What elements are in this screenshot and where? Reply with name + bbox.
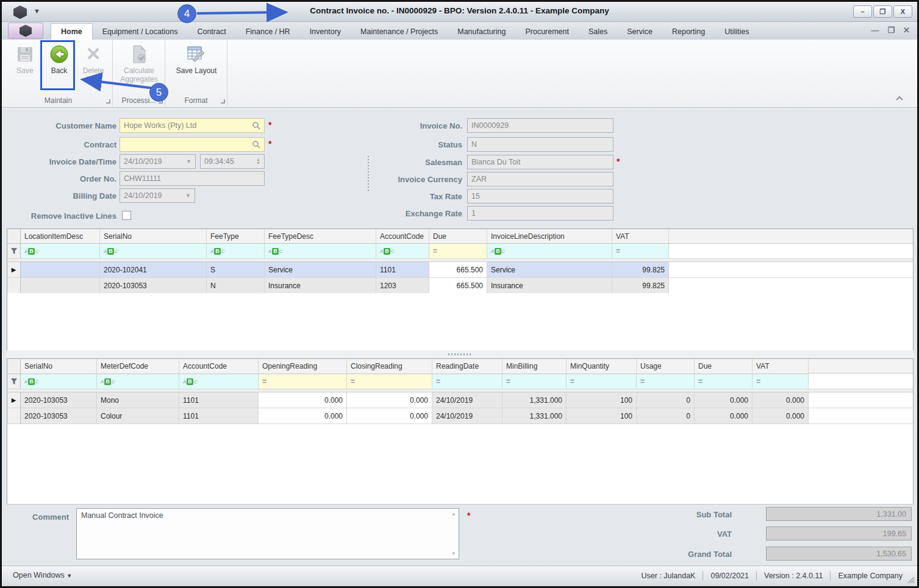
grid-cell-usage[interactable]: 0 bbox=[637, 408, 695, 424]
salesman-field[interactable]: Bianca Du Toit bbox=[467, 155, 613, 169]
grid-cell-serialno[interactable]: 2020-103053 bbox=[100, 278, 207, 294]
grid-cell-meterdefcode[interactable]: Colour bbox=[97, 408, 179, 424]
grid-cell-locationitemdesc[interactable] bbox=[21, 278, 100, 294]
invoice-no-field[interactable]: IN0000929 bbox=[467, 118, 613, 133]
filter-cell-readingdate[interactable]: = bbox=[432, 374, 502, 389]
grid-cell-invoicelinedescription[interactable]: Service bbox=[487, 262, 612, 278]
resize-grip-icon[interactable] bbox=[907, 576, 915, 584]
collapse-ribbon-chevron-icon[interactable] bbox=[895, 93, 904, 104]
grid-splitter-handle[interactable] bbox=[7, 350, 914, 358]
tab-inventory[interactable]: Inventory bbox=[300, 23, 351, 40]
column-header-meterdefcode[interactable]: MeterDefCode bbox=[97, 359, 179, 374]
grid-cell-accountcode[interactable]: 1101 bbox=[179, 392, 259, 408]
filter-cell-feetype[interactable]: ABC bbox=[207, 244, 265, 259]
dialog-launcher-icon[interactable] bbox=[106, 99, 110, 104]
grid-cell-serialno[interactable]: 2020-103053 bbox=[21, 392, 97, 408]
column-header-accountcode[interactable]: AccountCode bbox=[179, 359, 259, 374]
application-menu-button[interactable] bbox=[8, 23, 43, 39]
minimize-button[interactable]: – bbox=[853, 5, 872, 18]
filter-cell-usage[interactable]: = bbox=[637, 374, 695, 389]
grid-cell-minbilling[interactable]: 1,331.000 bbox=[502, 392, 567, 408]
column-header-vat[interactable]: VAT bbox=[753, 359, 809, 374]
filter-cell-due[interactable]: = bbox=[429, 244, 487, 259]
filter-cell-accountcode[interactable]: ABC bbox=[179, 374, 259, 389]
column-header-due[interactable]: Due bbox=[429, 229, 487, 244]
column-header-openingreading[interactable]: OpeningReading bbox=[259, 359, 347, 374]
delete-item-button[interactable]: ✕ Delete Item bbox=[76, 42, 110, 91]
tab-utilities[interactable]: Utilities bbox=[715, 23, 759, 40]
filter-cell-minbilling[interactable]: = bbox=[502, 374, 567, 389]
filter-cell-vat[interactable]: = bbox=[753, 374, 809, 389]
mdi-close-icon[interactable]: ✕ bbox=[903, 26, 910, 35]
save-layout-button[interactable]: Save Layout bbox=[174, 42, 219, 91]
grid-cell-vat[interactable]: 99.825 bbox=[612, 278, 669, 294]
maximize-button[interactable]: ❒ bbox=[873, 5, 892, 18]
mdi-restore-icon[interactable]: ❐ bbox=[887, 26, 895, 35]
filter-cell-closingreading[interactable]: = bbox=[347, 374, 432, 389]
column-header-serialno[interactable]: SerialNo bbox=[100, 229, 207, 244]
invoice-time-field[interactable]: 09:34:45 ▲▼ bbox=[200, 154, 265, 169]
grid-cell-vat[interactable]: 99.825 bbox=[612, 262, 669, 278]
tab-finance-hr[interactable]: Finance / HR bbox=[236, 23, 300, 40]
dialog-launcher-icon[interactable] bbox=[221, 99, 225, 104]
tab-contract[interactable]: Contract bbox=[187, 23, 235, 40]
grid-cell-due[interactable]: 665.500 bbox=[429, 262, 487, 278]
column-header-invoicelinedescription[interactable]: InvoiceLineDescription bbox=[487, 229, 612, 244]
grid-cell-readingdate[interactable]: 24/10/2019 bbox=[432, 392, 502, 408]
remove-inactive-lines-checkbox[interactable] bbox=[122, 211, 131, 220]
grid-cell-locationitemdesc[interactable] bbox=[21, 262, 100, 278]
column-header-usage[interactable]: Usage bbox=[637, 359, 695, 374]
column-header-due[interactable]: Due bbox=[695, 359, 753, 374]
save-button[interactable]: Save bbox=[8, 42, 42, 91]
grid-cell-minbilling[interactable]: 1,331.000 bbox=[502, 408, 567, 424]
tax-rate-field[interactable]: 15 bbox=[467, 189, 613, 204]
tab-manufacturing[interactable]: Manufacturing bbox=[448, 23, 515, 40]
tab-reporting[interactable]: Reporting bbox=[662, 23, 715, 40]
grid-cell-openingreading[interactable]: 0.000 bbox=[259, 392, 347, 408]
lookup-magnifier-icon[interactable] bbox=[252, 140, 260, 149]
column-header-vat[interactable]: VAT bbox=[612, 229, 669, 244]
grid-cell-usage[interactable]: 0 bbox=[637, 392, 695, 408]
billing-date-field[interactable]: 24/10/2019 ▼ bbox=[120, 188, 195, 203]
grid-cell-vat[interactable]: 0.000 bbox=[753, 408, 809, 424]
invoice-date-field[interactable]: 24/10/2019 ▼ bbox=[120, 154, 196, 169]
invoice-currency-field[interactable]: ZAR bbox=[467, 172, 613, 186]
customer-name-field[interactable]: Hope Works (Pty) Ltd bbox=[120, 118, 265, 133]
status-field[interactable]: N bbox=[467, 137, 613, 152]
grid-cell-invoicelinedescription[interactable]: Insurance bbox=[487, 278, 612, 294]
grid-cell-accountcode[interactable]: 1101 bbox=[376, 262, 429, 278]
column-header-minquantity[interactable]: MinQuantity bbox=[567, 359, 637, 374]
grid-cell-closingreading[interactable]: 0.000 bbox=[347, 392, 432, 408]
filter-cell-serialno[interactable]: ABC bbox=[100, 244, 207, 259]
tab-equipment-locations[interactable]: Equipment / Locations bbox=[93, 23, 188, 40]
dropdown-arrow-icon[interactable]: ▼ bbox=[186, 158, 191, 165]
grid-cell-minquantity[interactable]: 100 bbox=[567, 408, 637, 424]
tab-sales[interactable]: Sales bbox=[579, 23, 617, 40]
grid-cell-vat[interactable]: 0.000 bbox=[753, 392, 809, 408]
grid-cell-feetypedesc[interactable]: Insurance bbox=[265, 278, 376, 294]
filter-cell-meterdefcode[interactable]: ABC bbox=[97, 374, 179, 389]
grid-cell-feetype[interactable]: N bbox=[207, 278, 265, 294]
filter-cell-serialno[interactable]: ABC bbox=[21, 374, 97, 389]
tab-procurement[interactable]: Procurement bbox=[515, 23, 579, 40]
comment-textarea[interactable]: Manual Contract Invoice ▲ ▼ bbox=[76, 508, 459, 559]
grid-cell-due[interactable]: 665.500 bbox=[429, 278, 487, 294]
close-button[interactable]: X bbox=[893, 5, 912, 18]
lookup-magnifier-icon[interactable] bbox=[252, 121, 260, 130]
filter-cell-vat[interactable]: = bbox=[612, 244, 669, 259]
column-header-minbilling[interactable]: MinBilling bbox=[502, 359, 567, 374]
filter-cell-invoicelinedescription[interactable]: ABC bbox=[487, 244, 612, 259]
scroll-down-icon[interactable]: ▼ bbox=[451, 551, 456, 556]
order-no-field[interactable]: CHW11111 bbox=[120, 171, 265, 186]
grid-cell-serialno[interactable]: 2020-102041 bbox=[100, 262, 207, 278]
filter-cell-feetypedesc[interactable]: ABC bbox=[265, 244, 376, 259]
grid-cell-feetypedesc[interactable]: Service bbox=[265, 262, 376, 278]
column-header-feetypedesc[interactable]: FeeTypeDesc bbox=[265, 229, 376, 244]
column-header-locationitemdesc[interactable]: LocationItemDesc bbox=[21, 229, 100, 244]
contract-field[interactable] bbox=[120, 137, 265, 152]
tab-service[interactable]: Service bbox=[617, 23, 662, 40]
column-header-closingreading[interactable]: ClosingReading bbox=[347, 359, 432, 374]
dropdown-arrow-icon[interactable]: ▼ bbox=[185, 193, 191, 199]
grid-cell-openingreading[interactable]: 0.000 bbox=[259, 408, 347, 424]
open-windows-button[interactable]: Open Windows ▼ bbox=[13, 571, 72, 579]
